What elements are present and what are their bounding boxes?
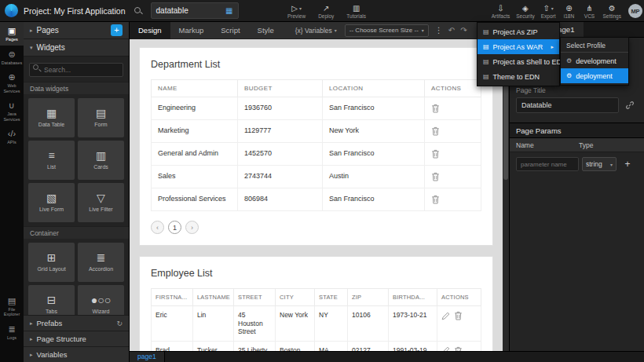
topbar-action-settings[interactable]: ⚙Settings (600, 0, 625, 22)
widgets-section-header[interactable]: ▾ Widgets (24, 39, 129, 57)
table-cell: 45 Houston Street (234, 306, 276, 342)
delete-icon[interactable] (454, 311, 463, 320)
toolbar-tab-design[interactable]: Design (130, 22, 170, 39)
rail-item-pages[interactable]: ▣Pages (0, 22, 24, 46)
table-cell: Tucker (193, 341, 234, 351)
bind-link-icon[interactable] (622, 97, 638, 113)
toolbar-tab-script[interactable]: Script (212, 22, 248, 39)
top-bar: Project: My First Application datatable … (0, 0, 644, 22)
cards-icon: ▥ (96, 150, 106, 162)
topbar-action-i18n[interactable]: ⊕i18N (559, 0, 580, 22)
topbar-action-tutorials[interactable]: ▥Tutorials (343, 0, 369, 22)
widget-tile-data-table[interactable]: ▦Data Table (28, 98, 75, 137)
search-icon[interactable] (134, 6, 143, 16)
variables-dropdown[interactable]: {x} Variables ▾ (295, 27, 337, 35)
pages-section-header[interactable]: ▸ Pages + (24, 22, 129, 39)
widget-tile-list[interactable]: ≡List (28, 141, 75, 180)
table-row: Marketing1129777New York (152, 120, 481, 143)
widget-tile-accordion[interactable]: ≣Accordion (78, 243, 124, 282)
canvas-toolbar: DesignMarkupScriptStyle {x} Variables ▾ … (130, 22, 509, 39)
profile-menu-item-development[interactable]: ⚙development (561, 53, 628, 68)
export-menu-item-theme-to-edn[interactable]: ▤Theme to EDN (478, 69, 559, 84)
profile-menu-item-deployment[interactable]: ⚙deployment (561, 68, 628, 83)
add-param-button[interactable]: + (621, 157, 634, 171)
user-avatar[interactable]: MP (628, 4, 642, 18)
undo-icon[interactable]: ↶ (448, 26, 455, 35)
department-list-widget[interactable]: Department List NAMEBUDGETLOCATIONACTION… (139, 47, 493, 246)
status-bar: page1 (130, 351, 644, 362)
export-menu-item-project-as-shell-to-edn[interactable]: ▤Project as Shell to EDN (478, 54, 559, 69)
rail-top-group: ▣Pages⊜Databases⊕Web Services∪Java Servi… (0, 22, 24, 148)
security-icon: ◈ (522, 4, 529, 13)
file-icon: ▤ (483, 58, 489, 65)
export-menu-item-project-as-zip[interactable]: ▤Project As ZIP (478, 24, 559, 39)
app-logo-icon[interactable] (5, 4, 18, 17)
param-type-select[interactable]: string ▾ (582, 157, 617, 171)
page-title-input[interactable] (516, 97, 619, 113)
pagination-page-button[interactable]: 1 (168, 221, 181, 234)
more-options-icon[interactable]: ⋮ (435, 26, 443, 35)
delete-icon[interactable] (431, 149, 440, 159)
topbar-action-export[interactable]: ⇧▾Export (538, 0, 559, 22)
refresh-icon[interactable]: ↻ (116, 320, 123, 327)
rail-item-file-explorer[interactable]: ▤File Explorer (0, 292, 24, 320)
menu-item-label: deployment (576, 72, 613, 80)
topbar-action-vcs[interactable]: ⋔VCS (580, 0, 600, 22)
i18n-label: i18N (564, 13, 574, 19)
widget-tile-live-form[interactable]: ▧Live Form (28, 183, 75, 222)
department-table: NAMEBUDGETLOCATIONACTIONS Engineering193… (151, 79, 481, 211)
redo-icon[interactable]: ↷ (460, 26, 467, 35)
topbar-action-security[interactable]: ◈Security (513, 0, 537, 22)
toolbar-tab-markup[interactable]: Markup (170, 22, 213, 39)
topbar-action-deploy[interactable]: ↗Deploy (315, 0, 337, 22)
rail-label-logs: Logs (7, 335, 16, 341)
panel-section-page-structure[interactable]: ▸Page Structure (24, 331, 129, 346)
add-page-button[interactable]: + (111, 24, 123, 36)
widget-tile-cards[interactable]: ▥Cards (78, 141, 124, 180)
panel-section-variables[interactable]: ▸Variables (24, 346, 129, 362)
export-menu-item-project-as-war[interactable]: ▤Project As WAR▸ (478, 39, 559, 54)
employee-list-widget[interactable]: Employee List FIRSTNA...LASTNAMESTREETCI… (139, 256, 493, 351)
screen-size-label: -- Choose Screen Size -- (349, 27, 419, 34)
java-services-icon: ∪ (9, 101, 15, 110)
delete-icon[interactable] (431, 126, 440, 136)
page-selector[interactable]: datatable ▦ (151, 2, 239, 19)
column-header: STATE (315, 289, 348, 306)
toolbar-tab-style[interactable]: Style (249, 22, 283, 39)
panel-section-prefabs[interactable]: ▸Prefabs↻ (24, 315, 129, 331)
file-explorer-icon: ▤ (8, 296, 16, 305)
rail-item-web-services[interactable]: ⊕Web Services (0, 68, 24, 97)
widget-tile-live-filter[interactable]: ▽Live Filter (78, 183, 124, 222)
pagination: ‹ 1 › (140, 211, 492, 245)
rail-item-databases[interactable]: ⊜Databases (0, 46, 24, 69)
rail-item-logs[interactable]: ≣Logs (0, 320, 24, 344)
edit-icon[interactable] (441, 312, 450, 320)
topbar-action-artifacts[interactable]: ⇩Artifacts (488, 0, 513, 22)
topbar-action-preview[interactable]: ▷▾Preview (284, 0, 309, 22)
caret-down-icon: ▾ (30, 45, 33, 51)
widget-tile-wizard[interactable]: ●○○Wizard (78, 285, 124, 315)
widget-tile-form[interactable]: ▤Form (78, 98, 124, 137)
delete-icon[interactable] (431, 172, 440, 181)
widgets-body: Data widgets▦Data Table▤Form≡List▥Cards▧… (24, 57, 129, 315)
pagination-next-button[interactable]: › (185, 221, 199, 234)
widget-search-input[interactable] (29, 63, 123, 77)
page-title-field: Page Title (510, 86, 644, 113)
rail-item-apis[interactable]: ‹/›APIs (0, 125, 24, 148)
table-cell: Eric (152, 306, 193, 342)
pagination-prev-button[interactable]: ‹ (151, 221, 164, 234)
export-icon: ⇧ (543, 4, 549, 13)
delete-icon[interactable] (431, 195, 440, 204)
table-row: Engineering1936760San Francisco (152, 97, 481, 120)
data-table-icon: ▦ (46, 108, 57, 119)
table-cell: 25 Liberty Pl (234, 341, 276, 351)
widget-tile-grid-layout[interactable]: ⊞Grid Layout (28, 243, 75, 282)
page-tab[interactable]: page1 (130, 352, 165, 362)
rail-item-java-services[interactable]: ∪Java Services (0, 97, 24, 125)
wrench-icon: ⚙ (566, 72, 572, 79)
security-label: Security (516, 13, 534, 19)
widget-tile-tabs[interactable]: ⊟Tabs (28, 285, 75, 315)
param-name-input[interactable] (516, 157, 579, 171)
screen-size-select[interactable]: -- Choose Screen Size -- ▾ (345, 24, 429, 37)
delete-icon[interactable] (431, 104, 440, 113)
